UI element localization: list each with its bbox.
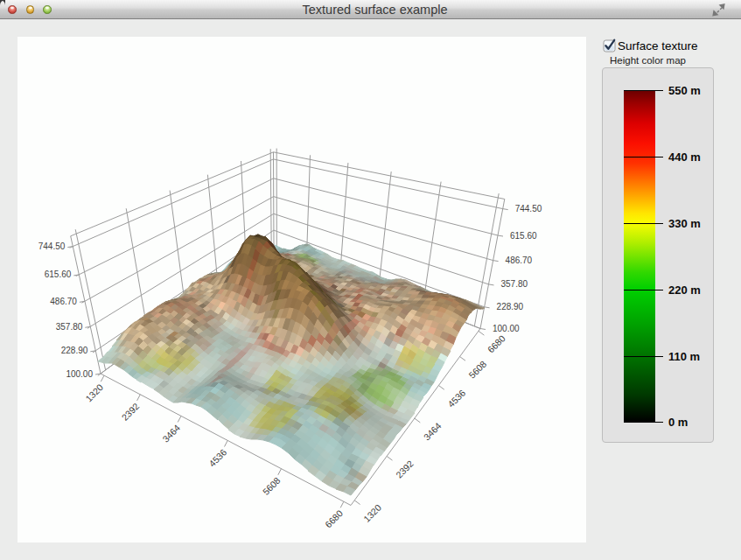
svg-text:6680: 6680 — [486, 332, 507, 354]
svg-text:486.70: 486.70 — [50, 297, 77, 306]
svg-text:5608: 5608 — [261, 475, 283, 497]
svg-text:744.50: 744.50 — [38, 242, 66, 251]
svg-text:6680: 6680 — [323, 508, 345, 529]
svg-text:1320: 1320 — [361, 502, 383, 524]
svg-text:100.00: 100.00 — [493, 324, 520, 333]
svg-text:5608: 5608 — [466, 359, 488, 381]
svg-text:2392: 2392 — [394, 458, 416, 480]
svg-text:100.00: 100.00 — [66, 369, 93, 379]
svg-text:615.60: 615.60 — [510, 231, 537, 241]
svg-text:744.50: 744.50 — [515, 204, 542, 214]
svg-text:2392: 2392 — [119, 401, 141, 423]
svg-text:357.80: 357.80 — [501, 279, 528, 289]
svg-text:4536: 4536 — [445, 388, 467, 410]
svg-text:615.60: 615.60 — [45, 270, 72, 279]
svg-text:228.90: 228.90 — [497, 302, 524, 312]
svg-text:1320: 1320 — [83, 382, 105, 403]
svg-text:3464: 3464 — [422, 420, 444, 442]
svg-text:357.80: 357.80 — [56, 322, 83, 332]
svg-text:228.90: 228.90 — [61, 346, 88, 355]
svg-text:486.70: 486.70 — [506, 256, 533, 265]
svg-text:3464: 3464 — [160, 422, 182, 444]
svg-text:4536: 4536 — [206, 446, 228, 468]
